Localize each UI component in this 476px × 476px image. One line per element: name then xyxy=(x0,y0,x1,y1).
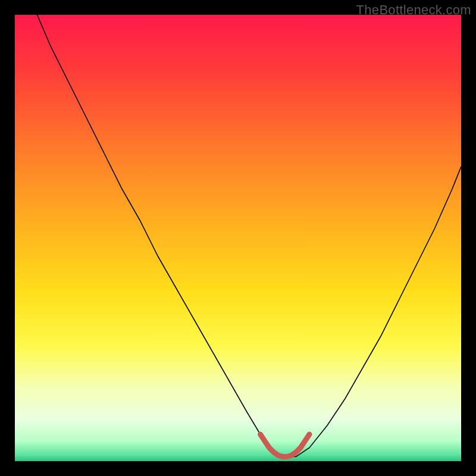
plot-area xyxy=(15,15,461,461)
gradient-background xyxy=(15,15,461,461)
chart-frame: TheBottleneck.com xyxy=(0,0,476,476)
watermark-text: TheBottleneck.com xyxy=(356,2,471,18)
bottleneck-chart xyxy=(15,15,461,461)
